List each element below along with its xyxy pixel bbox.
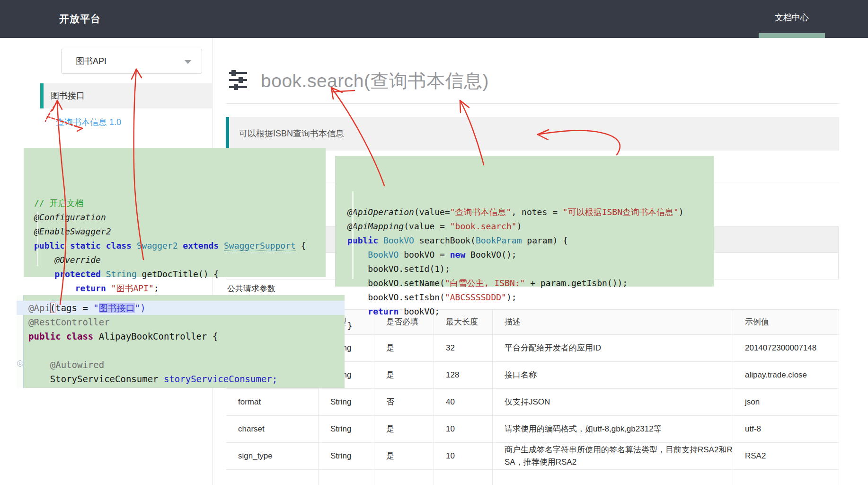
code-line: return bookVO; [347, 305, 714, 319]
table-cell: RSA2 [733, 443, 839, 470]
code-line: BookVO bookVO = new BookVO(); [347, 248, 714, 262]
table-cell [226, 470, 319, 485]
table-cell [374, 470, 434, 485]
top-nav-bar: 开放平台 文档中心 [0, 0, 868, 38]
table-cell: utf-8 [733, 416, 839, 443]
code-line: // 开启文档 [34, 196, 326, 210]
indent-guide [37, 212, 38, 266]
table-cell [733, 470, 839, 485]
table-cell: 128 [434, 362, 493, 389]
table-cell: 平台分配给开发者的应用ID [493, 335, 733, 362]
code-line: public class AlipayBookController { [28, 329, 345, 343]
code-line: @Api(tags = "图书接口") [17, 301, 345, 315]
chevron-down-icon [185, 60, 191, 64]
table-cell: json [733, 389, 839, 416]
page: 开放平台 文档中心 图书API 图书接口 查询书本信息 1.0 [0, 0, 868, 485]
table-cell: 40 [434, 389, 493, 416]
code-line: @Autowired [28, 358, 345, 372]
table-cell: 32 [434, 335, 493, 362]
code-fold-icon[interactable]: ⊖ [17, 360, 23, 367]
code-line: @ApiOperation(value="查询书本信息", notes = "可… [347, 205, 714, 219]
table-cell: 是 [374, 416, 434, 443]
table-cell: alipay.trade.close [733, 362, 839, 389]
indent-guide [352, 191, 354, 279]
table-cell [434, 470, 493, 485]
table-row: formatString否40仅支持JSONjson [226, 389, 839, 416]
table-cell: format [226, 389, 319, 416]
code-line: public static class Swagger2 extends Swa… [34, 239, 326, 253]
table-row: charsetString是10请求使用的编码格式，如utf-8,gbk,gb2… [226, 416, 839, 443]
api-description-banner: 可以根据ISBN查询书本信息 [226, 117, 839, 151]
api-select-value: 图书API [76, 49, 106, 73]
table-cell: 接口名称 [493, 362, 733, 389]
banner-accent-bar [226, 117, 229, 151]
code-line: @EnableSwagger2 [34, 225, 326, 239]
table-cell: String [319, 443, 374, 470]
sidebar-item-book-api-group[interactable]: 图书接口 [40, 83, 212, 108]
sidebar-link-version[interactable]: 查询书本信息 1.0 [56, 117, 121, 128]
code-line: bookVO.setName("白雪公主, ISBN:" + param.get… [347, 276, 714, 290]
table-header-cell: 示例值 [733, 310, 839, 335]
table-cell: 仅支持JSON [493, 389, 733, 416]
code-line: bookVO.setIsbn("ABCSSSSDDD"); [347, 290, 714, 305]
active-tab-indicator [759, 33, 825, 38]
table-cell: 是 [374, 362, 434, 389]
table-cell: 请求使用的编码格式，如utf-8,gbk,gb2312等 [493, 416, 733, 443]
code-line: return "图书API"; [34, 281, 326, 296]
table-cell: 是 [374, 335, 434, 362]
code-line: @ApiMapping(value = "book.search") [347, 219, 714, 234]
api-select-dropdown[interactable]: 图书API [61, 49, 202, 74]
page-title: book.search(查询书本信息) [261, 68, 489, 94]
sidebar-item-label: 图书接口 [51, 83, 85, 108]
table-cell: 10 [434, 416, 493, 443]
table-cell: 10 [434, 443, 493, 470]
banner-text: 可以根据ISBN查询书本信息 [239, 117, 344, 151]
active-item-accent-bar [40, 83, 44, 108]
code-snippet-api-operation: @ApiOperation(value="查询书本信息", notes = "可… [335, 156, 714, 287]
code-line: StoryServiceConsumer storyServiceConsume… [28, 372, 345, 386]
table-cell: String [319, 389, 374, 416]
table-cell [493, 470, 733, 485]
code-line: @Configuration [34, 210, 326, 225]
code-line: protected String getDocTitle() { [34, 267, 326, 281]
table-cell [319, 470, 374, 485]
table-cell: 商户生成签名字符串所使用的签名算法类型，目前支持RSA2和RSA，推荐使用RSA… [493, 443, 733, 470]
nav-item-doc-center[interactable]: 文档中心 [759, 0, 825, 38]
table-cell: 2014072300007148 [733, 335, 839, 362]
code-line: bookVO.setId(1); [347, 262, 714, 276]
table-cell: String [319, 416, 374, 443]
code-line: public BookVO searchBook(BookParam param… [347, 234, 714, 248]
code-snippet-controller: ⊖ @Api(tags = "图书接口")@RestControllerpubl… [17, 295, 345, 388]
sliders-icon [228, 69, 248, 93]
title-divider [226, 103, 839, 104]
table-cell: charset [226, 416, 319, 443]
code-line: } [347, 319, 714, 333]
table-row: sign_typeString是10商户生成签名字符串所使用的签名算法类型，目前… [226, 443, 839, 470]
table-cell: sign_type [226, 443, 319, 470]
table-row [226, 470, 839, 485]
code-line: @Override [34, 253, 326, 267]
nav-item-label: 文档中心 [759, 0, 825, 35]
code-snippet-swagger-config: // 开启文档@Configuration@EnableSwagger2publ… [24, 148, 326, 277]
code-line: @RestController [28, 315, 345, 329]
brand-title: 开放平台 [59, 0, 101, 38]
table-cell: 否 [374, 389, 434, 416]
table-cell: 是 [374, 443, 434, 470]
code-line [28, 343, 345, 358]
